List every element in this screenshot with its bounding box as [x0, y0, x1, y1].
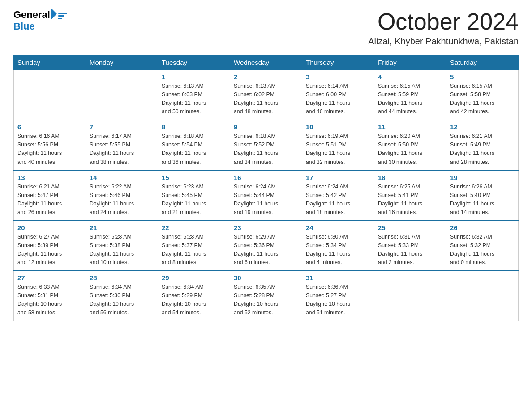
- calendar-cell: 20Sunrise: 6:27 AM Sunset: 5:39 PM Dayli…: [14, 221, 86, 271]
- day-number: 21: [90, 224, 154, 231]
- header-day-thursday: Thursday: [302, 55, 374, 70]
- month-title: October 2024: [368, 9, 519, 34]
- day-number: 4: [378, 73, 442, 81]
- day-number: 18: [378, 174, 442, 181]
- day-number: 13: [17, 174, 82, 181]
- day-info: Sunrise: 6:36 AM Sunset: 5:27 PM Dayligh…: [306, 283, 370, 317]
- calendar-cell: 9Sunrise: 6:18 AM Sunset: 5:52 PM Daylig…: [230, 120, 302, 170]
- calendar-cell: 6Sunrise: 6:16 AM Sunset: 5:56 PM Daylig…: [14, 120, 86, 170]
- day-info: Sunrise: 6:29 AM Sunset: 5:36 PM Dayligh…: [234, 233, 298, 267]
- day-info: Sunrise: 6:20 AM Sunset: 5:50 PM Dayligh…: [378, 132, 442, 166]
- day-number: 10: [306, 123, 370, 131]
- day-number: 23: [234, 224, 298, 231]
- calendar-cell: 23Sunrise: 6:29 AM Sunset: 5:36 PM Dayli…: [230, 221, 302, 271]
- calendar-cell: 26Sunrise: 6:32 AM Sunset: 5:32 PM Dayli…: [446, 221, 519, 271]
- day-info: Sunrise: 6:28 AM Sunset: 5:38 PM Dayligh…: [90, 233, 154, 267]
- day-info: Sunrise: 6:26 AM Sunset: 5:40 PM Dayligh…: [450, 183, 515, 217]
- day-number: 15: [162, 174, 226, 181]
- day-info: Sunrise: 6:13 AM Sunset: 6:02 PM Dayligh…: [234, 82, 298, 116]
- calendar-cell: 14Sunrise: 6:22 AM Sunset: 5:46 PM Dayli…: [86, 171, 158, 221]
- calendar-cell: 10Sunrise: 6:19 AM Sunset: 5:51 PM Dayli…: [302, 120, 374, 170]
- day-info: Sunrise: 6:23 AM Sunset: 5:45 PM Dayligh…: [162, 183, 226, 217]
- calendar-cell: 27Sunrise: 6:33 AM Sunset: 5:31 PM Dayli…: [14, 271, 86, 321]
- day-number: 16: [234, 174, 298, 181]
- day-info: Sunrise: 6:34 AM Sunset: 5:29 PM Dayligh…: [162, 283, 226, 317]
- header-day-friday: Friday: [374, 55, 446, 70]
- day-info: Sunrise: 6:32 AM Sunset: 5:32 PM Dayligh…: [450, 233, 515, 267]
- day-info: Sunrise: 6:13 AM Sunset: 6:03 PM Dayligh…: [162, 82, 226, 116]
- day-info: Sunrise: 6:27 AM Sunset: 5:39 PM Dayligh…: [17, 233, 82, 267]
- day-number: 30: [234, 274, 298, 282]
- day-number: 17: [306, 174, 370, 181]
- day-info: Sunrise: 6:15 AM Sunset: 5:58 PM Dayligh…: [450, 82, 515, 116]
- calendar-cell: 1Sunrise: 6:13 AM Sunset: 6:03 PM Daylig…: [158, 70, 230, 120]
- day-number: 27: [17, 274, 82, 282]
- day-number: 3: [306, 73, 370, 81]
- header-day-saturday: Saturday: [446, 55, 519, 70]
- day-number: 12: [450, 123, 515, 131]
- day-info: Sunrise: 6:35 AM Sunset: 5:28 PM Dayligh…: [234, 283, 298, 317]
- logo: General Blue: [13, 9, 67, 32]
- day-number: 19: [450, 174, 515, 181]
- day-info: Sunrise: 6:17 AM Sunset: 5:55 PM Dayligh…: [90, 132, 154, 166]
- day-info: Sunrise: 6:22 AM Sunset: 5:46 PM Dayligh…: [90, 183, 154, 217]
- day-number: 25: [378, 224, 442, 231]
- day-info: Sunrise: 6:33 AM Sunset: 5:31 PM Dayligh…: [17, 283, 82, 317]
- calendar-cell: 18Sunrise: 6:25 AM Sunset: 5:41 PM Dayli…: [374, 171, 446, 221]
- day-number: 1: [162, 73, 226, 81]
- day-info: Sunrise: 6:28 AM Sunset: 5:37 PM Dayligh…: [162, 233, 226, 267]
- day-number: 8: [162, 123, 226, 131]
- calendar-cell: [86, 70, 158, 120]
- day-info: Sunrise: 6:25 AM Sunset: 5:41 PM Dayligh…: [378, 183, 442, 217]
- calendar-cell: 15Sunrise: 6:23 AM Sunset: 5:45 PM Dayli…: [158, 171, 230, 221]
- day-number: 24: [306, 224, 370, 231]
- calendar-table: SundayMondayTuesdayWednesdayThursdayFrid…: [13, 55, 519, 321]
- day-number: 2: [234, 73, 298, 81]
- header-day-wednesday: Wednesday: [230, 55, 302, 70]
- logo-text-general: General: [13, 9, 50, 21]
- calendar-cell: 30Sunrise: 6:35 AM Sunset: 5:28 PM Dayli…: [230, 271, 302, 321]
- calendar-cell: 25Sunrise: 6:31 AM Sunset: 5:33 PM Dayli…: [374, 221, 446, 271]
- logo-lines-icon: [58, 13, 67, 19]
- day-info: Sunrise: 6:19 AM Sunset: 5:51 PM Dayligh…: [306, 132, 370, 166]
- calendar-cell: 21Sunrise: 6:28 AM Sunset: 5:38 PM Dayli…: [86, 221, 158, 271]
- day-number: 26: [450, 224, 515, 231]
- day-number: 6: [17, 123, 82, 131]
- day-info: Sunrise: 6:18 AM Sunset: 5:52 PM Dayligh…: [234, 132, 298, 166]
- day-number: 7: [90, 123, 154, 131]
- calendar-cell: [374, 271, 446, 321]
- calendar-cell: 16Sunrise: 6:24 AM Sunset: 5:44 PM Dayli…: [230, 171, 302, 221]
- calendar-cell: 11Sunrise: 6:20 AM Sunset: 5:50 PM Dayli…: [374, 120, 446, 170]
- day-info: Sunrise: 6:30 AM Sunset: 5:34 PM Dayligh…: [306, 233, 370, 267]
- day-info: Sunrise: 6:15 AM Sunset: 5:59 PM Dayligh…: [378, 82, 442, 116]
- day-info: Sunrise: 6:21 AM Sunset: 5:47 PM Dayligh…: [17, 183, 82, 217]
- day-number: 5: [450, 73, 515, 81]
- calendar-cell: 7Sunrise: 6:17 AM Sunset: 5:55 PM Daylig…: [86, 120, 158, 170]
- calendar-cell: 31Sunrise: 6:36 AM Sunset: 5:27 PM Dayli…: [302, 271, 374, 321]
- calendar-week-row: 27Sunrise: 6:33 AM Sunset: 5:31 PM Dayli…: [14, 271, 519, 321]
- calendar-cell: 29Sunrise: 6:34 AM Sunset: 5:29 PM Dayli…: [158, 271, 230, 321]
- calendar-header-row: SundayMondayTuesdayWednesdayThursdayFrid…: [14, 55, 519, 70]
- day-number: 20: [17, 224, 82, 231]
- day-info: Sunrise: 6:31 AM Sunset: 5:33 PM Dayligh…: [378, 233, 442, 267]
- calendar-week-row: 1Sunrise: 6:13 AM Sunset: 6:03 PM Daylig…: [14, 70, 519, 120]
- calendar-cell: [14, 70, 86, 120]
- calendar-week-row: 6Sunrise: 6:16 AM Sunset: 5:56 PM Daylig…: [14, 120, 519, 170]
- location-title: Alizai, Khyber Pakhtunkhwa, Pakistan: [368, 36, 519, 47]
- logo-text-blue: Blue: [13, 21, 35, 32]
- calendar-cell: 12Sunrise: 6:21 AM Sunset: 5:49 PM Dayli…: [446, 120, 519, 170]
- calendar-cell: 19Sunrise: 6:26 AM Sunset: 5:40 PM Dayli…: [446, 171, 519, 221]
- calendar-cell: 3Sunrise: 6:14 AM Sunset: 6:00 PM Daylig…: [302, 70, 374, 120]
- calendar-cell: 28Sunrise: 6:34 AM Sunset: 5:30 PM Dayli…: [86, 271, 158, 321]
- day-info: Sunrise: 6:18 AM Sunset: 5:54 PM Dayligh…: [162, 132, 226, 166]
- calendar-cell: 2Sunrise: 6:13 AM Sunset: 6:02 PM Daylig…: [230, 70, 302, 120]
- day-number: 28: [90, 274, 154, 282]
- calendar-cell: [446, 271, 519, 321]
- day-info: Sunrise: 6:34 AM Sunset: 5:30 PM Dayligh…: [90, 283, 154, 317]
- day-info: Sunrise: 6:21 AM Sunset: 5:49 PM Dayligh…: [450, 132, 515, 166]
- day-info: Sunrise: 6:16 AM Sunset: 5:56 PM Dayligh…: [17, 132, 82, 166]
- calendar-cell: 24Sunrise: 6:30 AM Sunset: 5:34 PM Dayli…: [302, 221, 374, 271]
- logo-triangle-icon: [51, 8, 57, 20]
- day-info: Sunrise: 6:14 AM Sunset: 6:00 PM Dayligh…: [306, 82, 370, 116]
- page-header: General Blue October 2024 Alizai, Khyber…: [13, 9, 519, 47]
